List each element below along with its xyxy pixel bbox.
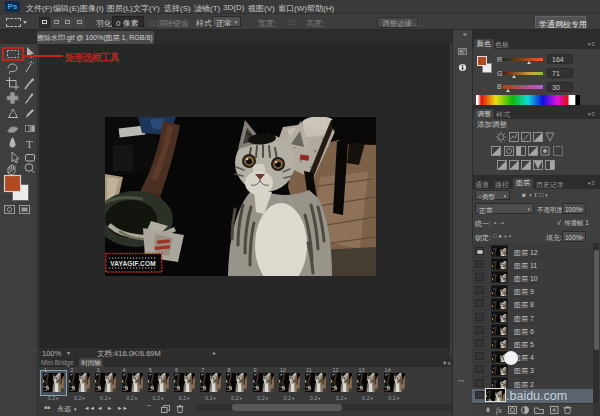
svg-text:fx: fx [496, 406, 502, 415]
svg-text:T: T [26, 138, 33, 150]
